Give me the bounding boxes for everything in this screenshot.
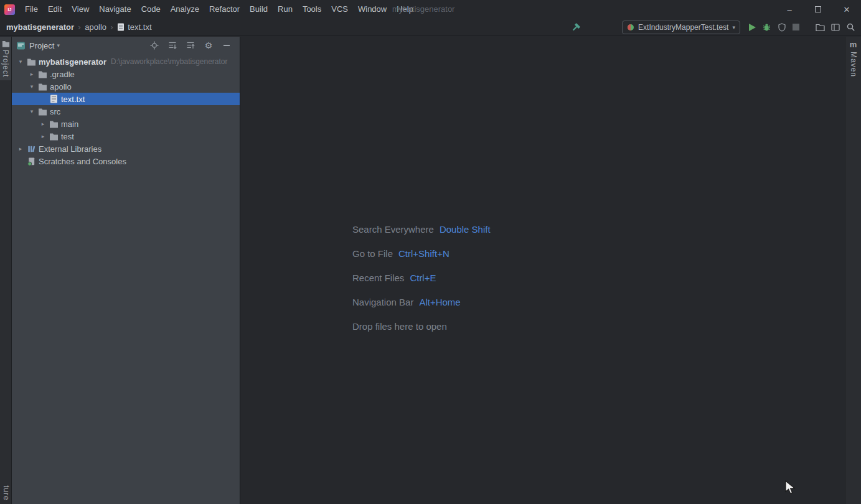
menu-edit[interactable]: Edit bbox=[43, 0, 67, 19]
chevron-down-icon[interactable]: ▾ bbox=[27, 83, 37, 90]
editor-area[interactable]: Search Everywhere Double Shift Go to Fil… bbox=[241, 37, 844, 504]
stop-button[interactable] bbox=[793, 24, 799, 30]
breadcrumb-project[interactable]: mybatisgenerator bbox=[6, 22, 74, 32]
menu-tools[interactable]: Tools bbox=[298, 0, 326, 19]
locate-file-icon[interactable] bbox=[149, 40, 159, 50]
folder-tool-icon[interactable] bbox=[816, 23, 825, 32]
tree-item-label: main bbox=[61, 119, 78, 129]
hide-panel-icon[interactable] bbox=[222, 40, 232, 50]
debug-button[interactable] bbox=[762, 22, 771, 32]
menu-run[interactable]: Run bbox=[273, 0, 298, 19]
text-file-icon bbox=[117, 23, 125, 31]
tree-item-gradle[interactable]: ▸ .gradle bbox=[12, 68, 240, 80]
mouse-cursor-icon bbox=[784, 480, 798, 495]
tree-item-mybatisgenerator[interactable]: ▾ mybatisgenerator D:\javaworkplace\myba… bbox=[12, 55, 240, 68]
tree-item-src[interactable]: ▾ src bbox=[12, 105, 240, 118]
run-button[interactable] bbox=[749, 24, 756, 31]
folder-icon bbox=[48, 133, 59, 141]
left-toolwindow-stripe: Project ture bbox=[0, 37, 12, 504]
run-configuration-label: ExtIndustryMapperTest.test bbox=[638, 23, 728, 32]
shortcut-label: Recent Files bbox=[352, 273, 404, 283]
menu-bar: File Edit View Navigate Code Analyze Ref… bbox=[20, 0, 418, 19]
tree-item-path: D:\javaworkplace\mybatisgenerator bbox=[111, 57, 227, 66]
menu-refactor[interactable]: Refactor bbox=[204, 0, 245, 19]
chevron-down-icon[interactable]: ▾ bbox=[16, 58, 26, 65]
folder-icon bbox=[48, 120, 59, 128]
tree-item-label: .gradle bbox=[50, 70, 75, 79]
tree-item-main[interactable]: ▸ main bbox=[12, 118, 240, 130]
window-title: mybatisgenerator bbox=[392, 0, 454, 19]
run-toolbar: ExtIndustryMapperTest.test ▾ bbox=[571, 21, 861, 34]
drop-files-hint: Drop files here to open bbox=[352, 320, 491, 333]
menu-view[interactable]: View bbox=[67, 0, 94, 19]
tree-item-scratches[interactable]: Scratches and Consoles bbox=[12, 155, 240, 167]
menu-navigate[interactable]: Navigate bbox=[94, 0, 136, 19]
navigation-bar: mybatisgenerator › apollo › text.txt Ext… bbox=[0, 19, 861, 36]
chevron-down-icon: ▾ bbox=[732, 24, 735, 30]
shortcut-label: Navigation Bar bbox=[352, 297, 413, 307]
run-configuration-icon bbox=[627, 24, 634, 31]
gear-icon[interactable]: ⚙ bbox=[204, 40, 214, 50]
project-panel-toolbar: ⚙ bbox=[149, 40, 235, 50]
expand-all-icon[interactable] bbox=[167, 40, 177, 50]
breadcrumb-file[interactable]: text.txt bbox=[128, 22, 151, 32]
breadcrumb-separator-icon: › bbox=[74, 22, 85, 32]
chevron-right-icon[interactable]: ▸ bbox=[27, 71, 37, 77]
scratches-icon bbox=[26, 157, 37, 166]
build-hammer-icon[interactable] bbox=[571, 22, 581, 32]
tree-item-test[interactable]: ▸ test bbox=[12, 130, 240, 142]
chevron-right-icon[interactable]: ▸ bbox=[16, 146, 26, 152]
folder-icon bbox=[37, 108, 48, 116]
run-configuration-select[interactable]: ExtIndustryMapperTest.test ▾ bbox=[622, 21, 740, 34]
project-toolwindow-tab[interactable]: Project bbox=[0, 37, 11, 80]
shortcut-keys: Alt+Home bbox=[419, 297, 460, 307]
menu-code[interactable]: Code bbox=[136, 0, 166, 19]
tree-item-label: Scratches and Consoles bbox=[39, 157, 126, 166]
maven-tab-label: Maven bbox=[849, 52, 858, 77]
minimize-button[interactable]: – bbox=[775, 0, 804, 19]
window-controls: – ✕ bbox=[775, 0, 861, 19]
tree-item-external-libraries[interactable]: ▸ External Libraries bbox=[12, 142, 240, 155]
tree-item-text-txt[interactable]: text.txt bbox=[12, 93, 240, 105]
structure-toolwindow-tab[interactable]: ture bbox=[0, 482, 12, 504]
close-button[interactable]: ✕ bbox=[832, 0, 861, 19]
menu-window[interactable]: Window bbox=[353, 0, 392, 19]
chevron-right-icon[interactable]: ▸ bbox=[38, 121, 48, 127]
text-file-icon bbox=[48, 95, 59, 103]
chevron-down-icon[interactable]: ▾ bbox=[57, 42, 60, 49]
structure-tab-label: ture bbox=[2, 485, 11, 501]
search-icon[interactable] bbox=[846, 22, 855, 32]
project-panel-title[interactable]: Project bbox=[29, 41, 54, 50]
folder-icon bbox=[37, 70, 48, 78]
shortcut-recent-files: Recent Files Ctrl+E bbox=[352, 271, 491, 284]
breadcrumb-apollo[interactable]: apollo bbox=[85, 22, 106, 32]
tree-item-label: test bbox=[61, 132, 74, 141]
menu-file[interactable]: File bbox=[20, 0, 43, 19]
maven-toolwindow-tab[interactable]: m Maven bbox=[845, 37, 861, 80]
chevron-right-icon[interactable]: ▸ bbox=[38, 133, 48, 139]
breadcrumb-separator-icon: › bbox=[106, 22, 117, 32]
shortcut-label: Search Everywhere bbox=[352, 224, 434, 235]
tree-item-label: text.txt bbox=[61, 95, 85, 104]
chevron-down-icon[interactable]: ▾ bbox=[27, 108, 37, 114]
folder-icon bbox=[37, 83, 48, 91]
coverage-button[interactable] bbox=[778, 23, 786, 32]
project-folder-icon bbox=[26, 58, 37, 66]
menu-analyze[interactable]: Analyze bbox=[166, 0, 204, 19]
intellij-logo-icon: IJ bbox=[4, 4, 15, 15]
maximize-button[interactable] bbox=[804, 0, 832, 19]
tree-item-label: External Libraries bbox=[39, 144, 101, 154]
project-tool-window: Project ▾ ⚙ ▾ mybatisgenerator D:\javawo… bbox=[12, 37, 240, 504]
project-panel-header: Project ▾ ⚙ bbox=[12, 37, 240, 54]
project-view-icon bbox=[16, 41, 26, 50]
menu-vcs[interactable]: VCS bbox=[326, 0, 353, 19]
shortcut-go-to-file: Go to File Ctrl+Shift+N bbox=[352, 247, 491, 260]
project-tree: ▾ mybatisgenerator D:\javaworkplace\myba… bbox=[12, 54, 240, 167]
collapse-all-icon[interactable] bbox=[186, 40, 195, 50]
project-tab-label: Project bbox=[1, 50, 10, 77]
shortcut-keys: Ctrl+E bbox=[410, 273, 436, 283]
tree-item-apollo[interactable]: ▾ apollo bbox=[12, 80, 240, 93]
tree-item-label: mybatisgenerator bbox=[39, 57, 106, 67]
menu-build[interactable]: Build bbox=[245, 0, 273, 19]
layout-icon[interactable] bbox=[831, 23, 840, 32]
